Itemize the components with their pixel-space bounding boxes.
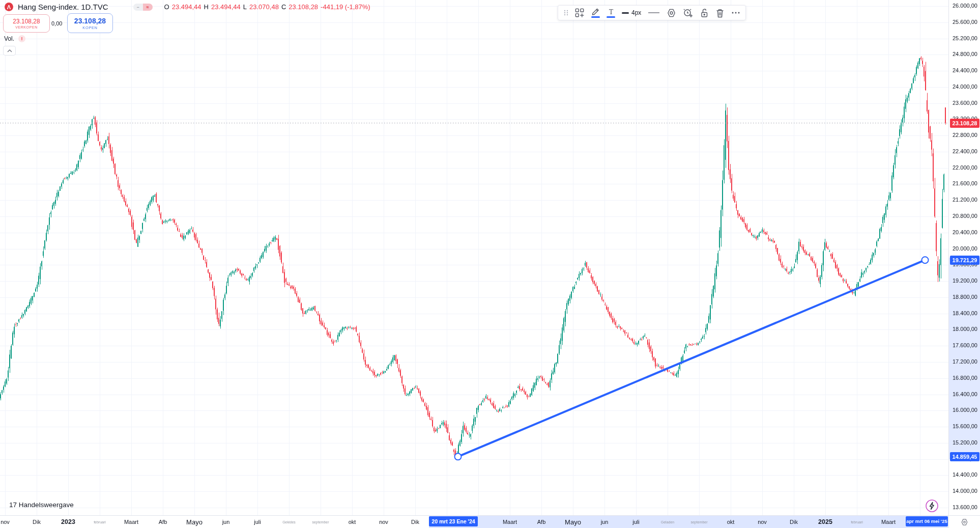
price-tick-label: 22.400,00 [953, 148, 977, 154]
time-tick-label: Maart [124, 519, 138, 525]
text-color-button[interactable]: T [607, 8, 615, 18]
price-tick-label: 21.600,00 [953, 180, 977, 186]
volume-alert-badge[interactable]: ! [18, 35, 25, 42]
price-tick-label: 20.400,00 [953, 229, 977, 235]
chart-canvas[interactable] [0, 0, 948, 515]
price-tick-label: 24.800,00 [953, 51, 977, 57]
price-tick-label: 14.400,00 [953, 471, 977, 478]
more-options-button[interactable] [731, 11, 740, 14]
symbol-header: Λ Hang Seng-index. 1D.TVC − ≈ O23.494,44… [5, 3, 370, 11]
lock-open-icon [700, 8, 709, 18]
line-style-icon [648, 10, 660, 15]
alert-clock-plus-icon [683, 8, 693, 18]
symbol-title[interactable]: Hang Seng-index. 1D.TVC [18, 3, 108, 11]
time-tick-label: Dik [411, 519, 419, 525]
trash-icon [715, 8, 725, 18]
trading-chart-app: Λ Hang Seng-index. 1D.TVC − ≈ O23.494,44… [0, 0, 980, 528]
low-label: L [243, 3, 247, 11]
settings-button[interactable] [667, 8, 676, 18]
collapse-pane-button[interactable] [3, 46, 16, 55]
boost-button[interactable] [925, 499, 939, 513]
price-tick-label: 17.600,00 [953, 342, 977, 348]
pencil-color-button[interactable] [591, 8, 600, 18]
price-tick-label: 15.200,00 [953, 439, 977, 446]
add-alert-button[interactable] [683, 8, 693, 18]
sell-button[interactable]: 23.108,28 VERKOPEN [3, 14, 50, 33]
time-tick-label: februari [851, 520, 863, 524]
trendline-start-price-badge: 14.859,45 [950, 452, 979, 461]
sell-label: VERKOPEN [15, 25, 38, 29]
price-tick-label: 21.200,00 [953, 197, 977, 203]
price-tick-label: 18.400,00 [953, 310, 977, 316]
trendline-end-price-badge: 19.721,29 [950, 256, 979, 265]
time-tick-label: 2023 [61, 518, 75, 525]
price-tick-label: 14.000,00 [953, 488, 977, 494]
spread-value: 0,00 [51, 20, 62, 26]
price-tick-label: 15.600,00 [953, 423, 977, 429]
time-tick-label: Geladen [661, 520, 674, 524]
toolbar-drag-handle[interactable] [563, 9, 568, 16]
toggle-wave-icon[interactable]: ≈ [143, 4, 153, 11]
price-tick-label: 19.200,00 [953, 277, 977, 284]
open-value: 23.494,44 [172, 3, 201, 11]
time-tick-label: juli [632, 519, 639, 525]
grid-add-icon [575, 8, 585, 18]
high-label: H [204, 3, 209, 11]
time-tick-label: februari [94, 520, 106, 524]
lock-button[interactable] [700, 8, 709, 18]
visibility-toggle[interactable]: − ≈ [133, 4, 153, 11]
svg-text:T: T [609, 8, 613, 16]
sell-price: 23.108,28 [13, 18, 40, 25]
time-tick-label: Gekides [282, 520, 296, 524]
trendline-end-date-badge: apr mrt 06 mei '25 [906, 516, 948, 526]
time-tick-label: Afb [537, 519, 546, 525]
price-tick-label: 20.800,00 [953, 213, 977, 219]
time-tick-label: nov [379, 519, 388, 525]
trades-status-text: 17 Handelsweergave [9, 501, 74, 509]
chevron-up-icon [7, 49, 12, 52]
price-tick-label: 16.400,00 [953, 391, 977, 397]
time-tick-label: Maart [881, 519, 896, 525]
time-tick-label: okt [727, 519, 735, 525]
price-tick-label: 25.200,00 [953, 35, 977, 41]
price-tick-label: 26.000,00 [953, 3, 977, 9]
time-tick-label: Dik [33, 519, 41, 525]
time-tick-label: jun [222, 519, 230, 525]
time-tick-label: Afb [159, 519, 167, 525]
toggle-minus-icon[interactable]: − [133, 4, 143, 11]
last-price-badge: 23.108,28 [950, 119, 979, 128]
delete-button[interactable] [715, 8, 725, 18]
pencil-color-swatch [591, 16, 600, 18]
grid-add-button[interactable] [575, 8, 585, 18]
time-tick-label: Mayo [186, 518, 203, 526]
axis-settings-corner[interactable] [948, 515, 980, 528]
change-value: -441,19 (-1,87%) [321, 3, 370, 11]
line-width-label: 4px [631, 9, 641, 16]
buy-button[interactable]: 23.108,28 KOPEN [67, 13, 113, 33]
price-tick-label: 13.600,00 [953, 504, 977, 510]
time-tick-label: nov [1, 519, 10, 525]
price-tick-label: 25.600,00 [953, 19, 977, 25]
volume-label: Vol. [4, 35, 14, 42]
price-tick-label: 22.000,00 [953, 164, 977, 171]
line-width-button[interactable]: 4px [622, 9, 641, 16]
drag-handle-icon [563, 9, 568, 16]
time-tick-label: juli [254, 519, 261, 525]
price-axis[interactable]: 26.000,0025.600,0025.200,0024.800,0024.4… [948, 0, 980, 515]
ohlc-readout: O23.494,44 H23.494,44 L23.070,48 C23.108… [164, 3, 370, 11]
text-icon: T [607, 8, 615, 16]
time-tick-label: nov [758, 519, 767, 525]
axis-settings-hexagon-icon [961, 518, 968, 526]
time-axis[interactable]: novDik2023februariMaartAfbMayojunjuliGek… [0, 515, 948, 528]
time-tick-label: 2025 [818, 518, 832, 525]
open-label: O [164, 3, 169, 11]
settings-hexagon-icon [667, 8, 676, 18]
line-style-button[interactable] [648, 10, 660, 15]
text-color-swatch [607, 16, 615, 18]
price-tick-label: 23.600,00 [953, 100, 977, 106]
time-tick-label: okt [349, 519, 356, 525]
time-tick-label: Maart [503, 519, 517, 525]
price-tick-label: 18.800,00 [953, 294, 977, 300]
price-tick-label: 20.000,00 [953, 245, 977, 252]
line-width-sample [622, 12, 629, 14]
